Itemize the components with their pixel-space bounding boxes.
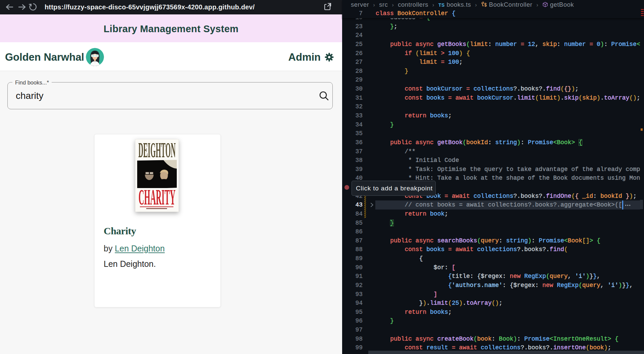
svg-text:CHARITY: CHARITY <box>139 185 175 209</box>
svg-text:DEIGHTON: DEIGHTON <box>139 139 176 162</box>
